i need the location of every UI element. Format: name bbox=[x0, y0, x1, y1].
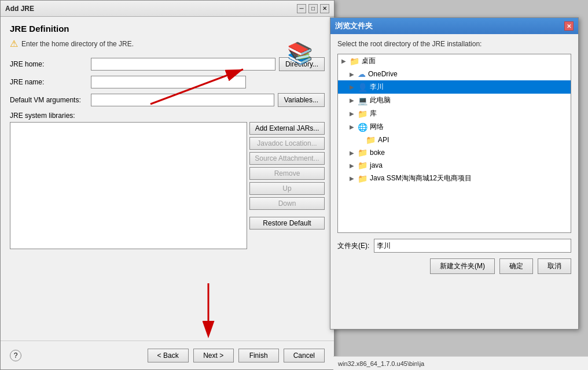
restore-default-button[interactable]: Restore Default bbox=[249, 217, 325, 230]
tree-label-boke: boke bbox=[370, 149, 385, 157]
folder-icon-library: 📁 bbox=[358, 109, 368, 119]
network-icon: 🌐 bbox=[358, 123, 368, 132]
tree-arrow-thispc: ▶ bbox=[350, 97, 358, 103]
vm-args-row: Default VM arguments: Variables... bbox=[10, 93, 325, 107]
cloud-icon-onedrive: ☁ bbox=[358, 69, 366, 79]
tree-item-lichuang[interactable]: ▶ 👤 李川 bbox=[338, 80, 571, 94]
tree-item-thispc[interactable]: ▶ 💻 此电脑 bbox=[338, 94, 571, 107]
status-bar: win32.x86_64_1.7.0.u45\bin\ja bbox=[333, 356, 588, 370]
jre-name-label: JRE name: bbox=[10, 78, 91, 86]
tree-arrow-network: ▶ bbox=[350, 124, 358, 130]
browse-close-button[interactable]: ✕ bbox=[564, 21, 574, 31]
tree-arrow-library: ▶ bbox=[350, 110, 358, 117]
tree-item-desktop[interactable]: ▶ 📁 桌面 bbox=[338, 54, 571, 68]
tree-label-library: 库 bbox=[370, 109, 377, 119]
remove-button[interactable]: Remove bbox=[249, 167, 325, 180]
folder-icon-boke: 📁 bbox=[358, 148, 368, 157]
jre-window: Add JRE ─ □ ✕ JRE Definition 📚 ⚠ Enter t… bbox=[0, 0, 335, 370]
window-controls: ─ □ ✕ bbox=[297, 4, 329, 13]
libraries-list bbox=[10, 122, 247, 249]
tree-label-java: java bbox=[370, 161, 383, 169]
up-button[interactable]: Up bbox=[249, 182, 325, 195]
browse-content: Select the root directory of the JRE ins… bbox=[330, 34, 578, 280]
tree-item-api[interactable]: ▶ 📁 API bbox=[338, 134, 571, 146]
tree-label-desktop: 桌面 bbox=[362, 56, 376, 66]
libraries-container: Add External JARs... Javadoc Location...… bbox=[10, 122, 325, 249]
jre-home-input[interactable] bbox=[91, 58, 275, 71]
bottom-bar: ? < Back Next > Finish Cancel bbox=[1, 341, 334, 369]
folder-icon-desktop: 📁 bbox=[350, 57, 359, 66]
tree-arrow-lichuang: ▶ bbox=[350, 84, 358, 90]
jre-window-title: Add JRE bbox=[5, 5, 34, 13]
tree-label-thispc: 此电脑 bbox=[370, 95, 391, 105]
tree-item-network[interactable]: ▶ 🌐 网络 bbox=[338, 120, 571, 134]
folder-icon-api: 📁 bbox=[366, 135, 376, 145]
tree-label-lichuang: 李川 bbox=[370, 82, 384, 92]
add-external-jars-button[interactable]: Add External JARs... bbox=[249, 122, 325, 135]
folder-label: 文件夹(E): bbox=[337, 241, 369, 251]
tree-arrow-java: ▶ bbox=[350, 162, 358, 169]
folder-input[interactable] bbox=[374, 239, 571, 253]
javadoc-location-button[interactable]: Javadoc Location... bbox=[249, 137, 325, 150]
tree-label-api: API bbox=[378, 136, 389, 144]
cancel-button[interactable]: Cancel bbox=[284, 349, 325, 362]
help-button[interactable]: ? bbox=[10, 350, 21, 361]
browse-window: 浏览文件夹 ✕ Select the root directory of the… bbox=[330, 17, 579, 330]
jre-home-label: JRE home: bbox=[10, 60, 91, 68]
jre-content: JRE Definition 📚 ⚠ Enter the home direct… bbox=[1, 17, 334, 256]
browse-subtitle: Select the root directory of the JRE ins… bbox=[337, 40, 571, 48]
browse-cancel-button[interactable]: 取消 bbox=[538, 258, 571, 274]
jre-name-row: JRE name: bbox=[10, 76, 325, 88]
new-folder-button[interactable]: 新建文件夹(M) bbox=[430, 258, 495, 274]
folder-icon-javassm: 📁 bbox=[358, 174, 368, 183]
tree-arrow-desktop: ▶ bbox=[341, 58, 350, 64]
tree-item-javassm[interactable]: ▶ 📁 Java SSM淘淘商城12天电商项目 bbox=[338, 172, 571, 185]
libraries-label: JRE system libraries: bbox=[10, 112, 325, 120]
browse-title: 浏览文件夹 bbox=[335, 21, 373, 31]
tree-item-java[interactable]: ▶ 📁 java bbox=[338, 159, 571, 172]
book-icon: 📚 bbox=[287, 41, 313, 65]
tree-item-boke[interactable]: ▶ 📁 boke bbox=[338, 146, 571, 159]
source-attachment-button[interactable]: Source Attachment... bbox=[249, 152, 325, 165]
back-button[interactable]: < Back bbox=[148, 349, 189, 362]
tree-label-javassm: Java SSM淘淘商城12天电商项目 bbox=[370, 173, 472, 183]
folder-icon-java: 📁 bbox=[358, 161, 368, 170]
person-icon-lichuang: 👤 bbox=[358, 83, 368, 92]
jre-name-input[interactable] bbox=[91, 76, 246, 88]
confirm-button[interactable]: 确定 bbox=[499, 258, 533, 274]
libraries-section: JRE system libraries: Add External JARs.… bbox=[10, 112, 325, 249]
finish-button[interactable]: Finish bbox=[238, 349, 279, 362]
tree-arrow-javassm: ▶ bbox=[350, 175, 358, 182]
browse-window-controls: ✕ bbox=[564, 21, 574, 31]
minimize-button[interactable]: ─ bbox=[297, 4, 306, 13]
browse-action-buttons: 新建文件夹(M) 确定 取消 bbox=[337, 258, 571, 274]
computer-icon-thispc: 💻 bbox=[358, 96, 368, 105]
browse-titlebar: 浏览文件夹 ✕ bbox=[330, 18, 578, 34]
close-button[interactable]: ✕ bbox=[320, 4, 329, 13]
status-text: win32.x86_64_1.7.0.u45\bin\ja bbox=[338, 360, 424, 367]
next-button[interactable]: Next > bbox=[193, 349, 234, 362]
vm-args-input[interactable] bbox=[91, 94, 274, 106]
folder-label-row: 文件夹(E): bbox=[337, 239, 571, 253]
tree-label-network: 网络 bbox=[370, 122, 384, 132]
tree-label-onedrive: OneDrive bbox=[368, 70, 398, 78]
restore-button[interactable]: □ bbox=[308, 4, 318, 13]
jre-home-row: JRE home: Directory... bbox=[10, 57, 325, 71]
section-title: JRE Definition bbox=[10, 24, 325, 34]
jre-titlebar: Add JRE ─ □ ✕ bbox=[1, 1, 334, 17]
browse-tree[interactable]: ▶ 📁 桌面 ▶ ☁ OneDrive ▶ 👤 李川 ▶ 💻 此电脑 bbox=[337, 54, 571, 233]
warning-text: Enter the home directory of the JRE. bbox=[21, 40, 134, 48]
vm-args-label: Default VM arguments: bbox=[10, 96, 91, 104]
tree-item-library[interactable]: ▶ 📁 库 bbox=[338, 107, 571, 120]
variables-button[interactable]: Variables... bbox=[278, 93, 325, 107]
warning-icon: ⚠ bbox=[10, 38, 18, 49]
down-button[interactable]: Down bbox=[249, 197, 325, 210]
tree-arrow-boke: ▶ bbox=[350, 150, 358, 156]
tree-arrow-onedrive: ▶ bbox=[350, 71, 358, 77]
libraries-buttons: Add External JARs... Javadoc Location...… bbox=[249, 122, 325, 249]
tree-item-onedrive[interactable]: ▶ ☁ OneDrive bbox=[338, 68, 571, 80]
warning-row: ⚠ Enter the home directory of the JRE. bbox=[10, 38, 325, 49]
